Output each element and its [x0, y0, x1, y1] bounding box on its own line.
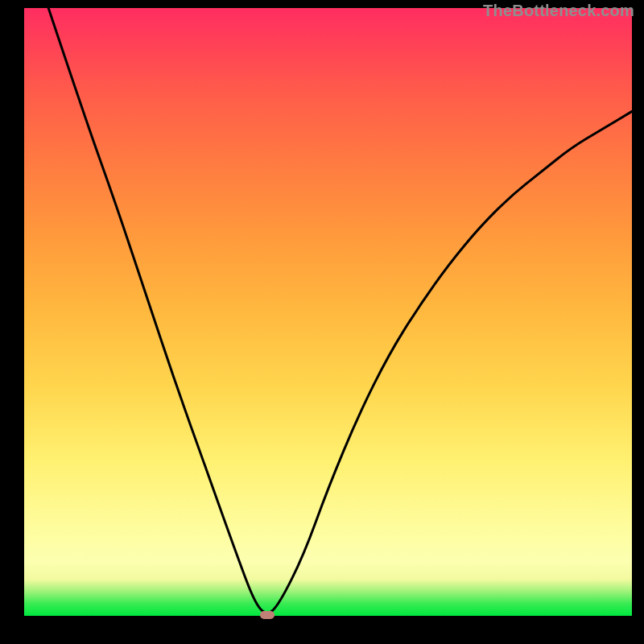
bottleneck-curve — [24, 8, 632, 616]
plot-area — [24, 8, 632, 616]
attribution-label: TheBottleneck.com — [483, 2, 634, 20]
minimum-marker — [260, 611, 275, 619]
chart-frame: TheBottleneck.com — [0, 0, 644, 644]
